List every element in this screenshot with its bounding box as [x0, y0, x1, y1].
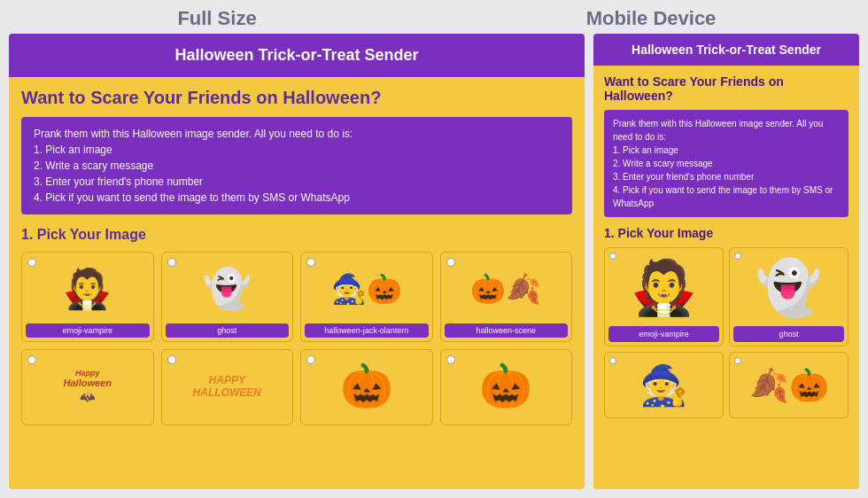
- scene-label-btn[interactable]: halloween-scene: [445, 323, 569, 338]
- mobile-ghost-image: 👻: [733, 252, 844, 323]
- witch-pumpkin-label-btn[interactable]: halloween-jack-olantern: [305, 323, 429, 338]
- full-size-label: Full Size: [0, 7, 434, 30]
- mobile-step-1: 1. Pick an image: [613, 145, 678, 155]
- full-image-grid-row1: 🧛 emoji-vampire 👻 ghost 🧙🎃 ha: [21, 252, 572, 342]
- mobile-step-2: 2. Write a scary message: [613, 159, 713, 168]
- full-panel-header: Halloween Trick-or-Treat Sender: [9, 34, 585, 77]
- radio-witch-pumpkin[interactable]: [306, 258, 315, 267]
- full-step-2: 2. Write a scary message: [34, 160, 153, 172]
- full-step-1: 1. Pick an image: [34, 144, 112, 156]
- image-card-witch-pumpkin[interactable]: 🧙🎃 halloween-jack-olantern: [300, 252, 433, 342]
- happy-orange-image: HAPPY HALLOWEEN: [166, 355, 290, 417]
- mobile-intro-text: Prank them with this Halloween image sen…: [613, 119, 823, 142]
- ghost-label-btn[interactable]: ghost: [166, 323, 290, 338]
- mobile-vampire-label-btn[interactable]: emoji-vampire: [608, 326, 719, 342]
- full-intro-text: Prank them with this Halloween image sen…: [34, 128, 353, 140]
- mobile-radio-scene2[interactable]: [734, 357, 741, 364]
- ghost-image: 👻: [166, 258, 290, 320]
- mobile-image-card-ghost[interactable]: 👻 ghost: [729, 247, 849, 346]
- full-pick-image-title: 1. Pick Your Image: [21, 227, 572, 243]
- mobile-scene2-image: 🍂🎃: [749, 356, 829, 414]
- pumpkin1-image: 🎃: [305, 355, 429, 417]
- mobile-want-scare-title: Want to Scare Your Friends on Halloween?: [604, 74, 849, 103]
- mobile-witch-image: 🧙: [639, 356, 688, 414]
- radio-pumpkin1[interactable]: [306, 355, 315, 364]
- mobile-image-grid: 🧛 emoji-vampire 👻 ghost 🧙: [604, 247, 849, 418]
- full-intro-box: Prank them with this Halloween image sen…: [21, 117, 572, 214]
- mobile-image-card-witch[interactable]: 🧙: [604, 352, 724, 418]
- radio-happy-orange[interactable]: [167, 355, 176, 364]
- vampire-image: 🧛: [26, 258, 150, 320]
- full-want-scare-title: Want to Scare Your Friends on Halloween?: [21, 88, 572, 108]
- image-card-scene[interactable]: 🎃🍂 halloween-scene: [440, 252, 573, 342]
- mobile-radio-ghost[interactable]: [734, 253, 741, 260]
- radio-scene[interactable]: [446, 258, 455, 267]
- full-step-4: 4. Pick if you want to send the image to…: [34, 191, 350, 204]
- full-image-grid-row2: Happy Halloween 🦇 HAPPY HALLOWEEN: [21, 349, 572, 425]
- vampire-label-btn[interactable]: emoji-vampire: [26, 323, 150, 338]
- mobile-panel-header: Halloween Trick-or-Treat Sender: [593, 34, 859, 66]
- image-card-happy-text[interactable]: Happy Halloween 🦇: [21, 349, 154, 425]
- mobile-panel: Halloween Trick-or-Treat Sender Want to …: [593, 34, 859, 489]
- mobile-device-label: Mobile Device: [434, 7, 868, 30]
- scene-image: 🎃🍂: [445, 258, 569, 320]
- image-card-vampire[interactable]: 🧛 emoji-vampire: [21, 252, 154, 342]
- mobile-image-card-scene2[interactable]: 🍂🎃: [729, 352, 849, 418]
- mobile-step-3: 3. Enter your friend's phone number: [613, 172, 754, 182]
- full-size-panel: Halloween Trick-or-Treat Sender Want to …: [9, 34, 585, 489]
- mobile-radio-vampire[interactable]: [609, 253, 616, 260]
- image-card-pumpkin1[interactable]: 🎃: [300, 349, 433, 425]
- witch-pumpkin-image: 🧙🎃: [305, 258, 429, 320]
- radio-ghost[interactable]: [167, 258, 176, 267]
- mobile-radio-witch[interactable]: [609, 357, 616, 364]
- radio-happy-text[interactable]: [27, 355, 36, 364]
- radio-vampire[interactable]: [27, 258, 36, 267]
- happy-text-image: Happy Halloween 🦇: [26, 355, 150, 417]
- mobile-pick-image-title: 1. Pick Your Image: [604, 226, 849, 240]
- mobile-intro-box: Prank them with this Halloween image sen…: [604, 110, 849, 217]
- mobile-vampire-image: 🧛: [608, 252, 719, 323]
- image-card-happy-orange[interactable]: HAPPY HALLOWEEN: [161, 349, 294, 425]
- mobile-image-card-vampire[interactable]: 🧛 emoji-vampire: [604, 247, 724, 346]
- image-card-ghost[interactable]: 👻 ghost: [161, 252, 294, 342]
- full-step-3: 3. Enter your friend's phone number: [34, 175, 203, 188]
- mobile-step-4: 4. Pick if you want to send the image to…: [613, 185, 833, 208]
- mobile-ghost-label-btn[interactable]: ghost: [733, 326, 844, 342]
- pumpkin2-image: 🎃: [445, 355, 569, 417]
- image-card-pumpkin2[interactable]: 🎃: [440, 349, 573, 425]
- radio-pumpkin2[interactable]: [446, 355, 455, 364]
